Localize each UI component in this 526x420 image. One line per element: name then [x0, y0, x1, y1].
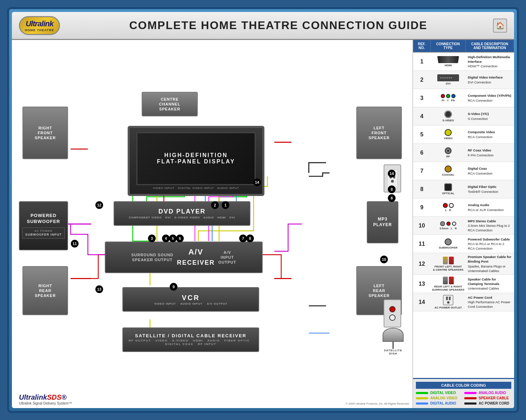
mini-stereo-plug: [440, 221, 445, 226]
row-desc-6: RF Coax Video F-Pin Connection: [466, 147, 514, 159]
dish-pole: [392, 342, 394, 349]
inner-content: Ultralink HOME THEATRE COMPLETE HOME THE…: [12, 12, 514, 408]
row-connector-12: FRONT LEFT, RIGHT& CENTRE SPEAKERS: [431, 255, 466, 273]
col-connection: CONNECTION TYPE: [431, 40, 466, 52]
table-row: 6 RF RF Coax Video F-Pin Connection: [413, 144, 514, 162]
row-num-13: 13: [413, 279, 431, 289]
row-desc-13: Speaker Cable for Clamping Terminals Unt…: [466, 276, 514, 292]
subwoofer-label: POWERED SUBWOOFER: [27, 213, 60, 225]
row-num-8: 8: [413, 185, 431, 194]
dish-label: SATELLITEDISH: [384, 349, 402, 355]
satellite-dish: SATELLITEDISH: [379, 327, 407, 355]
color-coding-title: CABLE COLOR CODING: [416, 382, 511, 389]
diagram-area: HIGH-DEFINITION FLAT-PANEL DISPLAY VIDEO…: [12, 40, 412, 408]
component-connector: [441, 94, 456, 98]
analog-audio-label: ANALOG AUDIO: [479, 391, 506, 395]
copyright-text: © 2006 Ultralink Products, Inc. All Righ…: [346, 402, 410, 405]
row-connector-10: 3.5mm L R: [431, 220, 466, 231]
table-row: 2: [413, 71, 514, 89]
satellite-label: SATELLITE / DIGITAL CABLE RECEIVER: [135, 333, 247, 339]
row-desc-9: Analog Audio RCA or XLR Connection: [466, 201, 514, 214]
digital-audio-line: [416, 402, 428, 405]
left-rear-label: LEFT REAR SPEAKER: [369, 283, 390, 298]
speaker-cable-line: [464, 397, 477, 399]
ref-num-9: 9: [170, 283, 177, 291]
footer-area: UltralinkSDS® Ultralink Signal Delivery …: [19, 393, 72, 405]
ref-num-8-1: 8: [246, 235, 254, 242]
right-front-speaker: RIGHT FRONT SPEAKER: [22, 107, 68, 159]
ref-num-3: 3: [148, 235, 156, 242]
row-connector-9: L R: [431, 202, 466, 213]
vcr: VCR VIDEO INPUT AUDIO INPUT A/V OUTPUT: [122, 287, 259, 312]
rear-speaker-connector: [443, 277, 454, 284]
color-item-speaker-cable: SPEAKER CABLE: [464, 396, 511, 400]
footer-tagline: Ultralink Signal Delivery System™: [19, 401, 72, 405]
row-num-6: 6: [413, 148, 431, 157]
hdmi-connector: [437, 56, 459, 63]
color-item-digital-audio: DIGITAL AUDIO: [416, 401, 463, 405]
color-item-analog-video: ANALOG VIDEO: [416, 396, 463, 400]
ref-num-12: 12: [95, 201, 103, 209]
centre-speaker: CENTRE CHANNEL SPEAKER: [142, 92, 198, 116]
main-body: HIGH-DEFINITION FLAT-PANEL DISPLAY VIDEO…: [12, 40, 514, 408]
table-row: 14 AC POWER OUTLET: [413, 293, 514, 311]
page-title: COMPLETE HOME THEATRE CONNECTION GUIDE: [70, 19, 486, 32]
ref-num-4: 4: [162, 235, 170, 242]
outer-frame: Ultralink HOME THEATRE COMPLETE HOME THE…: [7, 7, 519, 413]
subwoofer-connector: [445, 238, 452, 245]
centre-speaker-label: CENTRE CHANNEL SPEAKER: [159, 97, 181, 112]
av-receiver: SURROUND SOUND SPEAKER OUTPUT A/VRECEIVE…: [105, 242, 263, 273]
row-connector-11: SUBWOOFER: [431, 237, 466, 251]
brand-sub: HOME THEATRE: [25, 28, 54, 32]
right-front-label: RIGHT FRONT SPEAKER: [35, 126, 56, 141]
ref-num-1: 1: [222, 201, 229, 209]
row-desc-5: Composite Video RCA Connection: [466, 128, 514, 141]
digital-audio-label: DIGITAL AUDIO: [430, 401, 456, 405]
table-row: 11 SUBWOOFER Powered Subwoofer Cable RCA…: [413, 235, 514, 253]
left-front-speaker: LEFT FRONT SPEAKER: [356, 107, 402, 159]
logo-area: Ultralink HOME THEATRE: [19, 16, 60, 35]
satellite-receiver: SATELLITE / DIGITAL CABLE RECEIVER RF OU…: [122, 327, 259, 352]
left-front-label: LEFT FRONT SPEAKER: [369, 126, 390, 141]
ref-num-6: 6: [176, 235, 184, 242]
footer-sds: SDS: [47, 393, 61, 401]
row-desc-2: Digital Video Interface DVI Connection: [466, 74, 514, 86]
table-row: 7 COAXIAL Digital Coax RCA Connection: [413, 162, 514, 180]
tv-label-line2: FLAT-PANEL DISPLAY: [157, 158, 235, 165]
table-row: 1 HDMI High-Definition Multimedia Interf…: [413, 53, 514, 71]
row-num-7: 7: [413, 167, 431, 176]
digital-video-label: DIGITAL VIDEO: [430, 391, 456, 395]
right-rear-label: RIGHT REAR SPEAKER: [35, 283, 56, 298]
composite-connector: [445, 129, 452, 136]
table-row: 5 VIDEO Composite Video RCA Connection: [413, 126, 514, 144]
ref-num-10: 10: [380, 256, 388, 263]
col-description: CABLE DESCRIPTION AND TERMINATION: [466, 40, 514, 52]
ref-num-13: 13: [95, 285, 103, 293]
right-panel: REF. NO. CONNECTION TYPE CABLE DESCRIPTI…: [412, 40, 514, 408]
row-num-12: 12: [413, 259, 431, 269]
ac-power-line: [464, 402, 477, 405]
row-connector-13: REAR LEFT & RIGHTSURROUND SPEAKERS: [431, 275, 466, 293]
table-row: 13 REAR LEFT & RIGHTSURROUND SPEAKERS Sp…: [413, 275, 514, 293]
row-connector-2: DVI: [431, 73, 466, 87]
row-num-10: 10: [413, 221, 431, 230]
digital-video-line: [416, 392, 428, 394]
subwoofer-sub-label: SUBWOOFER INPUT: [25, 233, 62, 237]
table-header: REF. NO. CONNECTION TYPE CABLE DESCRIPTI…: [413, 40, 514, 53]
tv-screen: HIGH-DEFINITION FLAT-PANEL DISPLAY: [136, 132, 256, 185]
ref-num-7: 7: [239, 235, 247, 242]
right-rear-speaker: RIGHT REAR SPEAKER: [22, 266, 68, 315]
mp3-label: MP3 PLAYER: [373, 217, 392, 228]
row-connector-6: RF: [431, 146, 466, 160]
dvi-connector: [437, 74, 459, 81]
row-desc-12: Premium Speaker Cable for Binding Post S…: [466, 253, 514, 275]
row-connector-7: COAXIAL: [431, 164, 466, 178]
analog-audio-connector: [443, 203, 454, 208]
color-item-ac-power: AC POWER CORD: [464, 401, 511, 405]
subwoofer-input: AC POWER SUBWOOFER INPUT: [22, 228, 65, 239]
color-item-analog-audio: ANALOG AUDIO: [464, 391, 511, 395]
row-connector-14: AC POWER OUTLET: [431, 293, 466, 311]
ref-num-14-1: 14: [388, 170, 396, 177]
row-connector-8: OPTICAL: [431, 182, 466, 196]
table-row: 10 3.5mm L R MP3 Stereo Cable 3.5m: [413, 217, 514, 235]
